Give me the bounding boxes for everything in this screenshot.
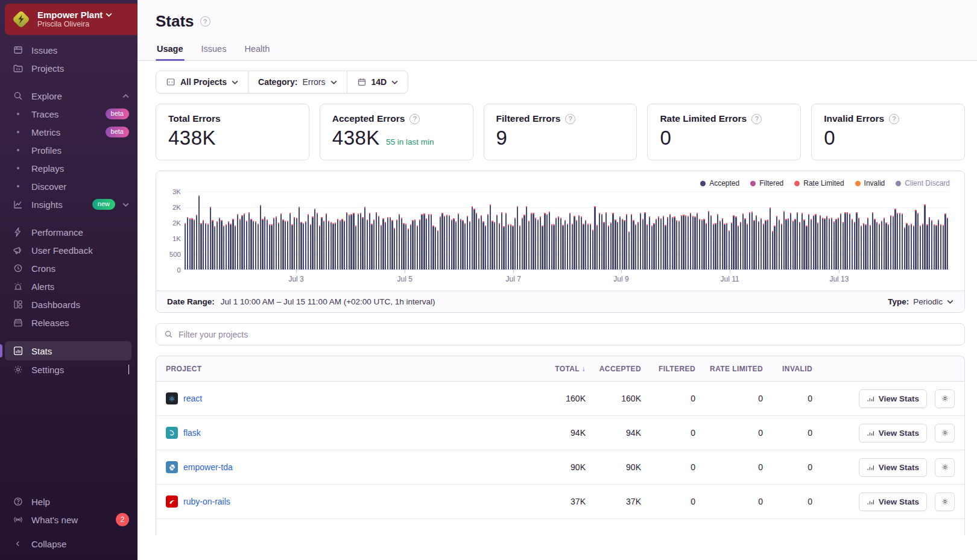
col-total-sort[interactable]: TOTAL ↓ xyxy=(555,365,586,373)
sidebar-item-dashboards[interactable]: Dashboards xyxy=(0,295,138,313)
chart-bar xyxy=(713,225,714,269)
project-link[interactable]: empower-tda xyxy=(183,462,233,472)
legend-dot xyxy=(794,181,800,186)
sidebar-item-profiles[interactable]: Profiles xyxy=(0,141,138,159)
chart-bar xyxy=(294,218,295,269)
chart-bar xyxy=(364,208,365,269)
usage-chart-panel: Accepted Filtered Rate Limited Invalid C… xyxy=(156,171,965,313)
legend-client-discard[interactable]: Client Discard xyxy=(896,179,950,187)
legend-invalid[interactable]: Invalid xyxy=(855,179,885,187)
org-switcher[interactable]: Empower Plant Priscila Oliveira xyxy=(5,4,138,35)
chart-bar xyxy=(622,220,623,269)
chart-bar xyxy=(253,222,254,269)
chart-bar xyxy=(441,214,443,269)
sidebar-item-performance[interactable]: Performance xyxy=(0,223,138,241)
chart-bar xyxy=(219,219,220,269)
sidebar-item-settings[interactable]: Settings xyxy=(0,360,138,379)
chart-bar xyxy=(760,219,762,269)
sidebar-item-explore[interactable]: Explore xyxy=(0,87,138,105)
chart-bar xyxy=(594,207,595,269)
sidebar-item-help[interactable]: Help xyxy=(0,492,138,511)
chart-bar xyxy=(917,214,919,269)
chart-bar xyxy=(890,216,891,269)
chart-bar xyxy=(669,215,671,269)
sidebar-item-projects[interactable]: Projects xyxy=(0,59,138,77)
chart-bar xyxy=(317,214,318,269)
col-rate-limited: RATE LIMITED xyxy=(710,365,763,373)
project-settings-button[interactable] xyxy=(935,389,955,408)
view-stats-button[interactable]: View Stats xyxy=(859,492,927,511)
view-stats-button[interactable]: View Stats xyxy=(859,424,927,442)
chart-bar xyxy=(865,225,866,269)
chart-bar xyxy=(191,219,192,269)
project-link[interactable]: flask xyxy=(183,428,201,438)
chart-bar xyxy=(647,225,648,269)
category-filter-dropdown[interactable]: Category: Errors xyxy=(248,71,346,93)
project-settings-button[interactable] xyxy=(935,492,955,511)
chart-bar xyxy=(353,214,354,269)
sidebar-item-traces[interactable]: Traces beta xyxy=(0,105,138,123)
help-icon[interactable]: ? xyxy=(751,114,762,124)
chart-bar xyxy=(446,216,447,269)
chart-bar xyxy=(467,217,468,269)
chart-bar xyxy=(555,219,557,269)
python-platform-icon xyxy=(166,461,178,473)
card-accepted-errors: Accepted Errors? 438K55 in last min xyxy=(320,104,473,160)
chart-bar xyxy=(774,227,775,269)
lightning-icon xyxy=(12,226,24,238)
sidebar-item-whats-new[interactable]: What's new 2 xyxy=(0,511,138,529)
sidebar-item-releases[interactable]: Releases xyxy=(0,313,138,332)
sidebar-collapse-button[interactable]: Collapse xyxy=(0,535,138,553)
search-input[interactable] xyxy=(179,330,956,339)
type-dropdown[interactable]: Type: Periodic xyxy=(888,297,953,306)
help-icon[interactable]: ? xyxy=(565,114,575,124)
sidebar-item-replays[interactable]: Replays xyxy=(0,159,138,177)
archive-icon xyxy=(12,316,24,329)
sidebar-item-alerts[interactable]: Alerts xyxy=(0,277,138,295)
chart-bar xyxy=(633,221,634,269)
project-link[interactable]: react xyxy=(183,394,202,403)
chart-bar xyxy=(291,225,292,269)
chart-bar xyxy=(781,225,782,269)
project-settings-button[interactable] xyxy=(935,458,955,477)
legend-accepted[interactable]: Accepted xyxy=(700,179,739,187)
card-total-errors: Total Errors 438K xyxy=(156,104,309,160)
sidebar-item-insights[interactable]: Insights new xyxy=(0,195,138,213)
help-icon[interactable]: ? xyxy=(889,114,899,124)
tab-usage[interactable]: Usage xyxy=(156,44,185,60)
sidebar-item-discover[interactable]: Discover xyxy=(0,177,138,195)
date-range-label: Date Range: xyxy=(167,297,215,306)
sidebar-item-issues[interactable]: Issues xyxy=(0,41,138,59)
tab-issues[interactable]: Issues xyxy=(200,44,228,60)
chart-bar xyxy=(207,225,209,269)
sidebar-item-stats[interactable]: Stats xyxy=(5,341,131,360)
chart-bar xyxy=(899,214,900,269)
view-stats-button[interactable]: View Stats xyxy=(859,389,927,408)
help-icon[interactable]: ? xyxy=(409,114,420,124)
sidebar-item-user-feedback[interactable]: User Feedback xyxy=(0,241,138,259)
project-filter-dropdown[interactable]: All Projects xyxy=(156,71,248,93)
chart-bar xyxy=(267,221,268,269)
chart-bar xyxy=(560,219,561,269)
page-help-icon[interactable]: ? xyxy=(200,16,210,27)
project-link[interactable]: ruby-on-rails xyxy=(183,497,230,506)
tab-health[interactable]: Health xyxy=(243,44,271,60)
legend-filtered[interactable]: Filtered xyxy=(750,179,783,187)
chart-bar xyxy=(843,223,844,269)
chevron-down-icon xyxy=(330,80,337,84)
project-settings-button[interactable] xyxy=(935,424,955,442)
sidebar-item-metrics[interactable]: Metrics beta xyxy=(0,123,138,141)
chart-bar xyxy=(847,213,848,269)
view-stats-button[interactable]: View Stats xyxy=(859,458,927,477)
chart-bar xyxy=(567,225,568,269)
chart-bar xyxy=(514,219,516,269)
date-range-dropdown[interactable]: 14D xyxy=(347,71,408,93)
chart-bar xyxy=(355,227,356,269)
legend-rate-limited[interactable]: Rate Limited xyxy=(794,179,844,187)
chart-bar xyxy=(799,223,800,269)
chart-bar xyxy=(492,222,493,269)
chart-bar xyxy=(747,225,748,269)
sidebar-item-crons[interactable]: Crons xyxy=(0,259,138,277)
chart-bar xyxy=(802,214,803,269)
chart-bar xyxy=(244,215,245,269)
